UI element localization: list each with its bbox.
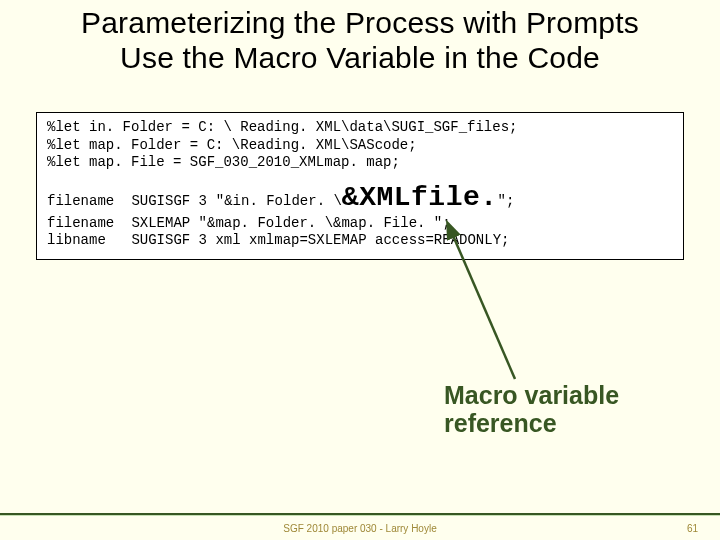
code-line: %let map. Folder = C: \Reading. XML\SASc… <box>47 137 673 155</box>
footer-center: SGF 2010 paper 030 - Larry Hoyle <box>0 523 720 534</box>
code-line: filename SXLEMAP "&map. Folder. \&map. F… <box>47 215 673 233</box>
code-line: %let map. File = SGF_030_2010_XMLmap. ma… <box>47 154 673 172</box>
callout-label: Macro variable reference <box>444 382 704 437</box>
page-number: 61 <box>687 523 698 534</box>
code-line: libname SUGISGF 3 xml xmlmap=SXLEMAP acc… <box>47 232 673 250</box>
footer-rule <box>0 513 720 516</box>
keyword: libname <box>47 232 123 250</box>
keyword: filename <box>47 215 123 233</box>
code-line: %let in. Folder = C: \ Reading. XML\data… <box>47 119 673 137</box>
svg-line-0 <box>448 224 515 379</box>
code-frag: "; <box>498 193 515 209</box>
fileref: SUGISGF 3 <box>131 193 207 211</box>
code-line: filename SUGISGF 3 "&in. Folder. \&XMLfi… <box>47 180 673 215</box>
keyword: filename <box>47 193 123 211</box>
arrow-icon <box>430 214 550 394</box>
code-frag: SXLEMAP "&map. Folder. \&map. File. "; <box>131 215 450 231</box>
title-line-1: Parameterizing the Process with Prompts <box>81 6 639 39</box>
code-block: %let in. Folder = C: \ Reading. XML\data… <box>36 112 684 260</box>
title-line-2: Use the Macro Variable in the Code <box>120 41 600 74</box>
macro-variable-ref: &XMLfile. <box>342 182 498 213</box>
code-frag: "&in. Folder. \ <box>216 193 342 209</box>
slide-title: Parameterizing the Process with Prompts … <box>0 0 720 75</box>
